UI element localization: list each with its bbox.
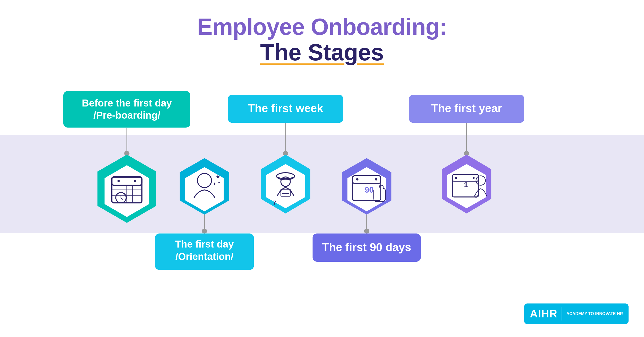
svg-rect-5 bbox=[409, 95, 524, 123]
title-line1: Employee Onboarding: bbox=[197, 14, 447, 40]
title-line2: The Stages bbox=[197, 40, 447, 65]
svg-text:The first week: The first week bbox=[248, 102, 323, 114]
bg-band bbox=[0, 135, 644, 233]
svg-text:Before the first day: Before the first day bbox=[82, 97, 172, 109]
page: Employee Onboarding: The Stages Before t… bbox=[0, 0, 644, 337]
svg-rect-63 bbox=[312, 233, 421, 262]
aihr-logo: AIHR ACADEMY TO INNOVATE HR bbox=[524, 303, 629, 324]
svg-rect-60 bbox=[155, 233, 254, 270]
main-area: Before the first day /Pre-boarding/ The … bbox=[0, 78, 644, 337]
aihr-text: AIHR bbox=[530, 308, 557, 320]
title-section: Employee Onboarding: The Stages bbox=[197, 14, 447, 65]
aihr-subtitle: ACADEMY TO INNOVATE HR bbox=[566, 311, 623, 317]
svg-text:The first day: The first day bbox=[175, 239, 234, 250]
svg-text:/Pre-boarding/: /Pre-boarding/ bbox=[94, 110, 160, 121]
svg-text:/Orientation/: /Orientation/ bbox=[175, 251, 234, 262]
svg-text:The first 90 days: The first 90 days bbox=[322, 241, 411, 253]
aihr-divider bbox=[562, 307, 562, 320]
svg-rect-3 bbox=[228, 95, 343, 123]
svg-rect-0 bbox=[63, 91, 190, 127]
svg-text:The first year: The first year bbox=[431, 102, 502, 114]
